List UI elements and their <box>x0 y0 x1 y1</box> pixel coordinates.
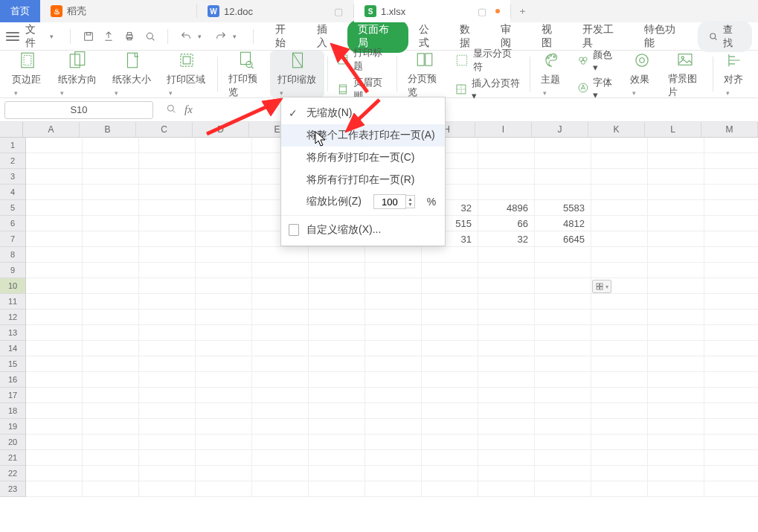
cell[interactable] <box>591 231 648 247</box>
fit-rows-item[interactable]: 将所有行打印在一页(R) <box>281 169 445 191</box>
cell[interactable] <box>648 403 704 419</box>
cell[interactable] <box>648 388 704 403</box>
cell[interactable] <box>365 263 422 278</box>
cell[interactable] <box>478 263 535 278</box>
cell[interactable] <box>535 325 591 341</box>
cell[interactable] <box>252 263 309 278</box>
cell[interactable] <box>535 294 591 310</box>
cell[interactable] <box>252 372 309 388</box>
cell[interactable] <box>535 372 591 388</box>
cell[interactable] <box>196 341 252 356</box>
cell[interactable] <box>478 403 535 419</box>
cell[interactable] <box>139 435 196 450</box>
cell[interactable] <box>704 310 758 325</box>
row-header[interactable]: 21 <box>0 450 25 466</box>
cell[interactable] <box>704 450 758 466</box>
font-button[interactable]: 字体 ▾ <box>577 76 617 100</box>
margins-button[interactable]: 页边距 <box>4 51 51 97</box>
cell[interactable] <box>422 325 478 341</box>
cell[interactable] <box>196 372 252 388</box>
cell[interactable] <box>139 341 196 356</box>
cell[interactable] <box>196 153 252 169</box>
cell[interactable] <box>648 372 704 388</box>
cell[interactable] <box>196 419 252 435</box>
cell[interactable] <box>535 247 591 263</box>
cell[interactable] <box>309 481 365 497</box>
cell[interactable] <box>478 310 535 325</box>
cell[interactable] <box>196 247 252 263</box>
cell[interactable] <box>309 325 365 341</box>
cell[interactable] <box>478 372 535 388</box>
file-menu[interactable]: 文件 <box>25 23 45 50</box>
cell[interactable] <box>309 435 365 450</box>
cell[interactable] <box>704 325 758 341</box>
cell[interactable] <box>535 388 591 403</box>
cell[interactable] <box>648 278 704 294</box>
cell[interactable] <box>309 466 365 481</box>
cell[interactable] <box>252 356 309 372</box>
cell[interactable] <box>26 356 83 372</box>
cell[interactable] <box>83 263 139 278</box>
cell[interactable] <box>83 310 139 325</box>
cell[interactable] <box>478 435 535 450</box>
cell[interactable] <box>648 419 704 435</box>
row-header[interactable]: 14 <box>0 341 25 356</box>
row-header[interactable]: 4 <box>0 185 25 200</box>
align-button[interactable]: 对齐 <box>716 51 754 97</box>
cell[interactable] <box>648 169 704 185</box>
export-icon[interactable] <box>100 28 118 45</box>
cell[interactable] <box>26 466 83 481</box>
column-header[interactable]: J <box>532 122 588 137</box>
undo-icon[interactable] <box>177 28 195 45</box>
cell[interactable] <box>478 278 535 294</box>
cell[interactable] <box>309 310 365 325</box>
cell[interactable] <box>535 185 591 200</box>
row-header[interactable]: 20 <box>0 435 25 450</box>
cell[interactable] <box>704 278 758 294</box>
new-tab-button[interactable]: ＋ <box>511 0 533 22</box>
cell[interactable] <box>591 294 648 310</box>
cell[interactable] <box>422 278 478 294</box>
row-header[interactable]: 3 <box>0 169 25 185</box>
row-header[interactable]: 11 <box>0 294 25 310</box>
cell[interactable] <box>252 294 309 310</box>
cell[interactable] <box>83 294 139 310</box>
cell[interactable] <box>704 481 758 497</box>
cell[interactable] <box>196 310 252 325</box>
cell[interactable] <box>704 419 758 435</box>
cell[interactable] <box>26 419 83 435</box>
cell[interactable] <box>83 372 139 388</box>
row-header[interactable]: 19 <box>0 419 25 435</box>
cell[interactable] <box>535 435 591 450</box>
cell[interactable] <box>139 185 196 200</box>
cell[interactable] <box>535 450 591 466</box>
cell[interactable] <box>648 435 704 450</box>
cell[interactable] <box>648 200 704 216</box>
expand-namebox-icon[interactable] <box>165 103 177 117</box>
cell[interactable] <box>704 138 758 153</box>
row-header[interactable]: 2 <box>0 153 25 169</box>
cell[interactable] <box>535 403 591 419</box>
cell[interactable] <box>591 450 648 466</box>
cell[interactable] <box>365 294 422 310</box>
cell[interactable] <box>535 341 591 356</box>
cell[interactable] <box>478 153 535 169</box>
cell[interactable] <box>309 278 365 294</box>
cell[interactable] <box>26 435 83 450</box>
cell[interactable] <box>591 185 648 200</box>
cell[interactable] <box>309 294 365 310</box>
cell[interactable] <box>591 356 648 372</box>
effects-button[interactable]: 效果 <box>623 51 660 97</box>
cell[interactable] <box>83 200 139 216</box>
cell[interactable] <box>309 247 365 263</box>
cell[interactable] <box>196 466 252 481</box>
cell[interactable] <box>196 356 252 372</box>
row-header[interactable]: 8 <box>0 247 25 263</box>
save-icon[interactable] <box>80 28 97 45</box>
cell[interactable] <box>252 466 309 481</box>
cell[interactable] <box>478 247 535 263</box>
cell[interactable] <box>26 481 83 497</box>
print-preview-icon[interactable] <box>141 28 159 45</box>
cell[interactable] <box>309 372 365 388</box>
cell[interactable] <box>648 481 704 497</box>
